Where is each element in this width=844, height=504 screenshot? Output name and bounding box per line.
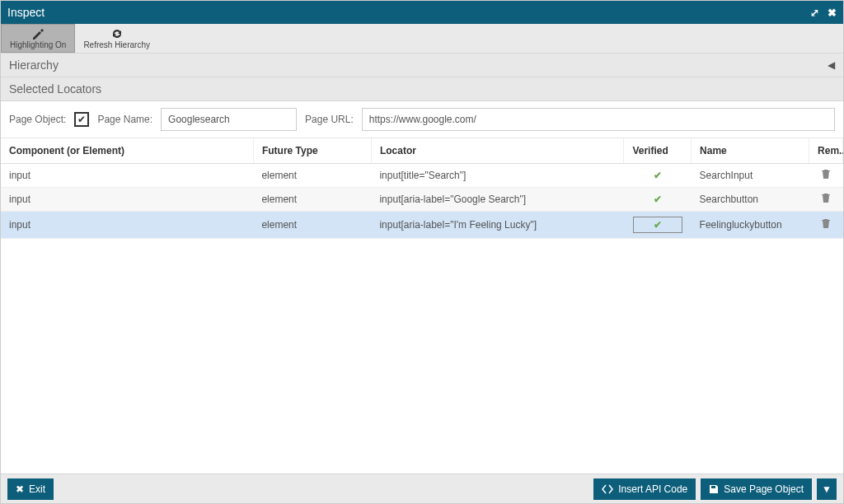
insert-api-code-button[interactable]: Insert API Code [593,478,696,500]
titlebar-controls: ⤢ ✖ [810,7,837,19]
selected-locators-panel-header[interactable]: Selected Locators [1,77,843,101]
future-type-cell[interactable]: element [253,212,371,239]
col-header-locator[interactable]: Locator [371,138,623,164]
verified-cell[interactable]: ✔ [624,212,692,239]
check-icon: ✔ [654,170,662,181]
remove-cell[interactable] [809,212,843,239]
save-dropdown-button[interactable]: ▼ [817,478,837,500]
future-type-cell[interactable]: element [253,164,371,188]
hierarchy-panel-header[interactable]: Hierarchy ◀ [1,54,843,77]
save-page-object-button[interactable]: Save Page Object [701,478,812,500]
trash-icon [821,218,831,229]
insert-api-label: Insert API Code [618,483,687,495]
highlighting-toggle-button[interactable]: Highlighting On [1,24,75,53]
highlighter-icon [31,28,45,40]
collapse-icon[interactable]: ◀ [828,59,835,71]
footer-right: Insert API Code Save Page Object ▼ [593,478,837,500]
refresh-icon [110,28,124,40]
selected-locators-title: Selected Locators [9,82,101,96]
page-object-form: Page Object: ✔ Page Name: Page URL: [1,101,843,138]
component-cell[interactable]: input [1,164,253,188]
col-header-remove[interactable]: Rem... [809,138,843,164]
trash-icon [821,193,831,203]
page-url-input[interactable] [362,108,835,131]
locator-cell[interactable]: input[aria-label="Google Search"] [371,188,623,212]
expand-icon[interactable]: ⤢ [810,7,819,19]
exit-button[interactable]: ✖ Exit [7,478,54,500]
titlebar: Inspect ⤢ ✖ [1,1,843,24]
col-header-future-type[interactable]: Future Type [253,138,371,164]
caret-down-icon: ▼ [822,483,832,495]
page-name-input[interactable] [161,108,297,131]
name-cell[interactable]: Feelingluckybutton [692,212,809,239]
check-icon: ✔ [654,194,662,205]
verified-cell[interactable]: ✔ [624,188,692,212]
highlighting-label: Highlighting On [10,40,66,49]
col-header-name[interactable]: Name [692,138,809,164]
refresh-hierarchy-button[interactable]: Refresh Hierarchy [75,24,159,53]
table-row[interactable]: inputelementinput[aria-label="I'm Feelin… [1,212,843,239]
check-icon: ✔ [654,219,662,231]
close-icon[interactable]: ✖ [828,7,837,19]
verified-cell[interactable]: ✔ [624,164,692,188]
save-label: Save Page Object [724,483,804,495]
remove-cell[interactable] [809,188,843,212]
page-url-label: Page URL: [305,114,354,125]
save-icon [709,484,719,494]
hierarchy-title: Hierarchy [9,58,59,72]
page-object-checkbox[interactable]: ✔ [74,112,89,127]
inspect-window: Inspect ⤢ ✖ Highlighting On Refresh Hier… [0,0,844,504]
page-name-label: Page Name: [97,114,152,125]
close-icon: ✖ [16,483,24,495]
trash-icon [821,169,831,180]
table-row[interactable]: inputelementinput[title="Search"]✔Search… [1,164,843,188]
future-type-cell[interactable]: element [253,188,371,212]
component-cell[interactable]: input [1,188,253,212]
remove-cell[interactable] [809,164,843,188]
exit-label: Exit [29,483,45,495]
locators-table: Component (or Element) Future Type Locat… [1,138,843,239]
code-icon [602,484,613,494]
content-area: Component (or Element) Future Type Locat… [1,138,843,474]
toolbar: Highlighting On Refresh Hierarchy [1,24,843,54]
table-header-row: Component (or Element) Future Type Locat… [1,138,843,164]
refresh-hierarchy-label: Refresh Hierarchy [83,40,150,49]
window-title: Inspect [7,6,45,19]
component-cell[interactable]: input [1,212,253,239]
table-row[interactable]: inputelementinput[aria-label="Google Sea… [1,188,843,212]
col-header-verified[interactable]: Verified [624,138,692,164]
name-cell[interactable]: Searchbutton [692,188,809,212]
page-object-label: Page Object: [9,114,66,125]
locator-cell[interactable]: input[title="Search"] [371,164,623,188]
col-header-component[interactable]: Component (or Element) [1,138,253,164]
locator-cell[interactable]: input[aria-label="I'm Feeling Lucky"] [371,212,623,239]
footer: ✖ Exit Insert API Code Save Page Object … [1,474,843,503]
name-cell[interactable]: SearchInput [692,164,809,188]
